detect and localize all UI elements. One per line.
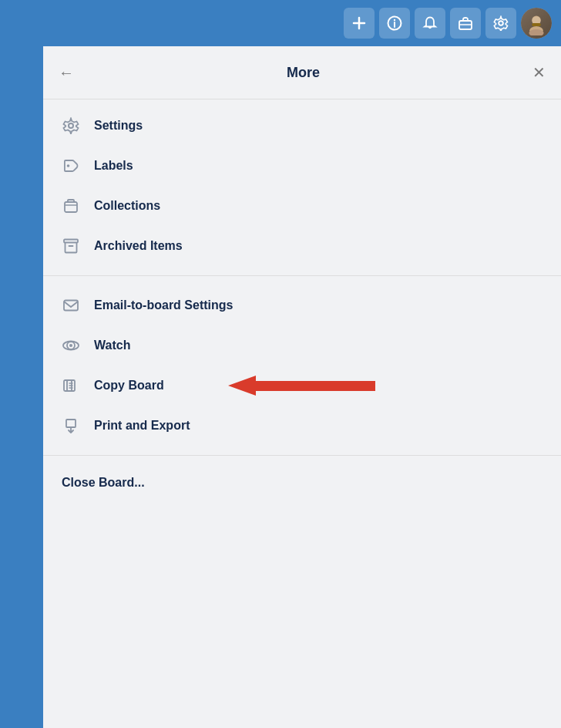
svg-rect-17 xyxy=(64,240,78,243)
copy-board-item[interactable]: Copy Board xyxy=(43,366,561,406)
watch-icon xyxy=(62,336,80,355)
menu-section-2: Email-to-board Settings Watch xyxy=(43,279,561,452)
avatar[interactable] xyxy=(521,8,552,39)
back-button[interactable]: ← xyxy=(59,61,80,85)
svg-rect-28 xyxy=(66,420,76,427)
panel: ← More ✕ Settings xyxy=(43,46,561,728)
labels-label: Labels xyxy=(94,159,133,173)
main-layout: ← More ✕ Settings xyxy=(0,46,561,728)
close-button[interactable]: ✕ xyxy=(526,60,546,85)
menu-section-3: Close Board... xyxy=(43,459,561,507)
info-button[interactable] xyxy=(379,8,410,39)
email-to-board-item[interactable]: Email-to-board Settings xyxy=(43,285,561,325)
print-export-label: Print and Export xyxy=(94,419,190,433)
collections-icon xyxy=(62,197,80,215)
settings-label: Settings xyxy=(94,119,143,133)
divider-1 xyxy=(43,275,561,276)
copy-board-icon xyxy=(62,376,80,395)
svg-point-7 xyxy=(499,21,503,25)
svg-point-21 xyxy=(69,344,72,347)
svg-point-13 xyxy=(69,123,73,128)
archived-items-item[interactable]: Archived Items xyxy=(43,226,561,266)
divider-2 xyxy=(43,455,561,456)
notifications-button[interactable] xyxy=(415,8,445,39)
watch-item[interactable]: Watch xyxy=(43,325,561,366)
archive-icon xyxy=(62,237,80,255)
add-button[interactable] xyxy=(344,8,375,39)
svg-point-14 xyxy=(67,164,70,167)
svg-rect-19 xyxy=(64,301,78,311)
sidebar-strip xyxy=(0,46,43,728)
close-board-item[interactable]: Close Board... xyxy=(43,465,561,501)
email-icon xyxy=(62,296,80,315)
collections-label: Collections xyxy=(94,199,160,213)
svg-point-4 xyxy=(394,19,395,21)
panel-header: ← More ✕ xyxy=(43,46,561,99)
copy-board-arrow xyxy=(228,376,375,396)
panel-title: More xyxy=(80,65,526,81)
svg-rect-11 xyxy=(532,23,540,26)
labels-item[interactable]: Labels xyxy=(43,146,561,186)
settings-item[interactable]: Settings xyxy=(43,106,561,146)
email-to-board-label: Email-to-board Settings xyxy=(94,298,233,312)
settings-icon xyxy=(62,116,80,135)
svg-rect-15 xyxy=(65,202,77,212)
collections-item[interactable]: Collections xyxy=(43,186,561,226)
print-export-icon xyxy=(62,416,80,435)
top-bar xyxy=(0,0,561,46)
menu-section-1: Settings Labels xyxy=(43,99,561,272)
copy-board-label: Copy Board xyxy=(94,379,164,393)
archived-items-label: Archived Items xyxy=(94,239,183,253)
work-button[interactable] xyxy=(450,8,481,39)
settings-button[interactable] xyxy=(485,8,516,39)
close-board-label: Close Board... xyxy=(62,476,145,490)
watch-label: Watch xyxy=(94,339,130,352)
labels-icon xyxy=(62,157,80,175)
print-export-item[interactable]: Print and Export xyxy=(43,406,561,446)
